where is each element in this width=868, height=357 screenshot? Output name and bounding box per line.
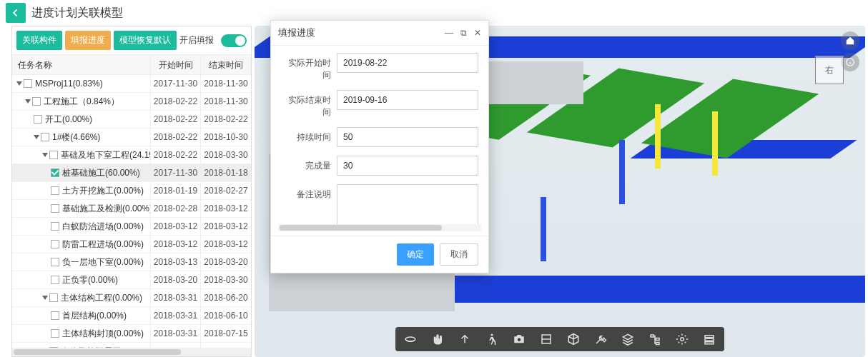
box-icon[interactable]: [566, 331, 581, 347]
label-amount: 完成量: [281, 156, 331, 172]
minimize-icon[interactable]: —: [445, 28, 453, 38]
svg-rect-6: [656, 343, 660, 345]
expand-icon[interactable]: [16, 81, 22, 86]
task-name: 正负零(0.00%): [62, 274, 118, 286]
ok-button[interactable]: 确定: [397, 243, 434, 266]
task-name: 1#楼(4.66%): [52, 131, 100, 144]
table-row[interactable]: 基础及地下室工程(24.19%)2018-02-222018-03-30: [12, 146, 251, 164]
toggle-label: 开启填报: [179, 34, 214, 46]
row-checkbox[interactable]: [49, 293, 58, 302]
table-row[interactable]: 主体结构封顶(0.00%)2018-03-312018-07-15: [12, 325, 251, 343]
pan-icon[interactable]: [430, 331, 445, 347]
label-actual-start: 实际开始时间: [281, 53, 331, 81]
task-name: 防雷工程进场(0.00%): [62, 238, 144, 251]
expand-icon[interactable]: [34, 135, 39, 139]
orbit-icon[interactable]: [403, 331, 418, 347]
input-amount[interactable]: [337, 156, 478, 176]
end-date: 2018-03-30: [201, 146, 251, 164]
svg-rect-9: [705, 338, 714, 341]
walk-icon[interactable]: [484, 331, 500, 347]
modal-scrollbar[interactable]: [278, 224, 481, 231]
close-icon[interactable]: ✕: [474, 28, 481, 38]
svg-rect-8: [705, 336, 714, 338]
col-start: 开始时间: [151, 55, 201, 74]
expand-icon[interactable]: [42, 296, 48, 300]
table-row[interactable]: 防雷工程进场(0.00%)2018-03-122018-03-12: [12, 236, 251, 253]
task-table-body[interactable]: MSProj11(0.83%)2017-11-302018-11-30工程施工（…: [12, 75, 251, 348]
table-row[interactable]: 桩基础施工(60.00%)2017-11-302018-01-18: [12, 164, 251, 182]
settings-icon[interactable]: [674, 331, 690, 347]
table-row[interactable]: 砌体及其附属工程(0.00%)2018-05-282018-08-10: [12, 343, 251, 348]
row-checkbox[interactable]: [51, 169, 59, 177]
end-date: 2018-02-22: [201, 111, 251, 128]
section-icon[interactable]: [538, 331, 554, 347]
row-checkbox[interactable]: [51, 276, 59, 284]
row-checkbox[interactable]: [51, 204, 59, 213]
start-date: 2018-01-19: [151, 182, 201, 199]
fill-toggle[interactable]: [221, 34, 247, 47]
table-row[interactable]: 土方开挖施工(0.00%)2018-01-192018-02-27: [12, 182, 251, 200]
input-remark[interactable]: [337, 184, 478, 224]
row-checkbox[interactable]: [51, 329, 59, 338]
table-row[interactable]: 负一层地下室(0.00%)2018-03-132018-03-20: [12, 253, 251, 271]
layer-icon[interactable]: [701, 331, 717, 347]
svg-point-2: [491, 334, 493, 336]
row-checkbox[interactable]: [51, 258, 59, 266]
end-date: 2018-02-27: [201, 182, 251, 199]
row-checkbox[interactable]: [41, 133, 49, 141]
task-name: 基础及地下室工程(24.19%): [61, 149, 151, 161]
table-row[interactable]: 开工(0.00%)2018-02-222018-02-22: [12, 111, 251, 129]
start-date: 2018-02-22: [151, 146, 201, 164]
view-cube[interactable]: 右: [815, 56, 844, 84]
layers-icon[interactable]: [620, 331, 636, 347]
cancel-button[interactable]: 取消: [440, 243, 478, 266]
table-row[interactable]: 主体结构工程(0.00%)2018-03-312018-06-20: [12, 289, 251, 307]
expand-icon[interactable]: [42, 153, 48, 157]
row-checkbox[interactable]: [34, 115, 42, 124]
progress-modal: 填报进度 — ⧉ ✕ 实际开始时间 实际结束时间 持续时间 完成量 备注说明: [270, 20, 489, 273]
row-checkbox[interactable]: [51, 222, 59, 231]
input-duration[interactable]: [337, 127, 478, 147]
row-checkbox[interactable]: [51, 186, 59, 195]
maximize-icon[interactable]: ⧉: [460, 28, 467, 38]
end-date: 2018-01-18: [201, 164, 251, 181]
table-row[interactable]: 首层结构(0.00%)2018-03-312018-06-10: [12, 307, 251, 325]
expand-icon[interactable]: [25, 99, 31, 104]
start-date: 2018-03-12: [151, 218, 201, 235]
row-checkbox[interactable]: [51, 311, 59, 320]
table-row[interactable]: 白蚁防治进场(0.00%)2018-03-122018-03-12: [12, 218, 251, 236]
page-title: 进度计划关联模型: [31, 6, 123, 21]
horizontal-scrollbar[interactable]: [12, 348, 251, 356]
row-checkbox[interactable]: [51, 240, 59, 248]
table-row[interactable]: MSProj11(0.83%)2017-11-302018-11-30: [12, 75, 251, 93]
row-checkbox[interactable]: [24, 79, 32, 88]
back-button[interactable]: [6, 3, 26, 23]
row-checkbox[interactable]: [49, 151, 58, 159]
label-remark: 备注说明: [281, 184, 331, 201]
up-icon[interactable]: [457, 331, 473, 347]
start-date: 2018-05-28: [151, 343, 201, 348]
start-date: 2018-03-20: [151, 271, 201, 288]
tools-icon[interactable]: [593, 331, 608, 347]
start-date: 2018-03-31: [151, 325, 201, 342]
start-date: 2018-03-31: [151, 307, 201, 324]
task-name: 土方开挖施工(0.00%): [62, 185, 144, 197]
col-task-name: 任务名称: [12, 55, 151, 74]
table-row[interactable]: 工程施工（0.84%）2018-02-222018-11-30: [12, 93, 251, 111]
link-component-button[interactable]: 关联构件: [16, 31, 62, 50]
table-row[interactable]: 正负零(0.00%)2018-03-202018-03-30: [12, 271, 251, 289]
table-row[interactable]: 基础施工及检测(0.00%)2018-02-282018-03-12: [12, 200, 251, 218]
home-icon[interactable]: [841, 31, 859, 50]
input-actual-start[interactable]: [337, 53, 478, 73]
modal-title: 填报进度: [278, 26, 445, 39]
input-actual-end[interactable]: [337, 90, 478, 110]
reset-model-button[interactable]: 模型恢复默认: [114, 31, 177, 50]
task-name: 首层结构(0.00%): [62, 310, 127, 322]
table-row[interactable]: 1#楼(4.66%)2018-02-222018-10-30: [12, 129, 251, 146]
row-checkbox[interactable]: [32, 97, 41, 106]
end-date: 2018-03-12: [201, 200, 251, 217]
camera-icon[interactable]: [511, 331, 527, 347]
fill-progress-button[interactable]: 填报进度: [65, 31, 111, 50]
tree-icon[interactable]: [647, 331, 663, 347]
end-date: 2018-06-20: [201, 289, 251, 306]
